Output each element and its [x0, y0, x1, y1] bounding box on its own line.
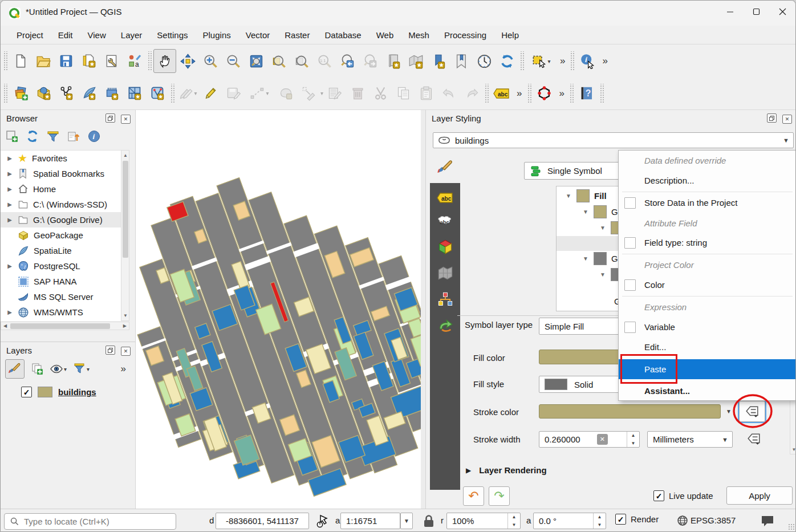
- redo-button[interactable]: [460, 82, 483, 105]
- browser-item-sap-hana[interactable]: SAP HANA: [1, 274, 129, 289]
- coordinate-box[interactable]: -8836601, 5411137: [216, 513, 309, 529]
- toolbar-overflow[interactable]: »: [513, 88, 525, 99]
- vertex-tool-button[interactable]: [297, 82, 320, 105]
- toggle-extents-button[interactable]: [314, 513, 331, 530]
- menu-checkbox[interactable]: [624, 197, 636, 209]
- digitize-shape-button[interactable]: [274, 82, 297, 105]
- new-spatialite-layer-button[interactable]: [146, 82, 169, 105]
- label-toolbar-button[interactable]: abc: [490, 82, 513, 105]
- float-panel-icon[interactable]: [105, 346, 115, 355]
- messages-icon[interactable]: [760, 514, 775, 527]
- toggle-editing-button[interactable]: [199, 82, 222, 105]
- save-project-button[interactable]: [55, 49, 78, 73]
- collapse-icon[interactable]: ▼: [599, 271, 606, 278]
- pan-map-button[interactable]: [153, 49, 176, 73]
- new-memory-layer-button[interactable]: [100, 82, 123, 105]
- menu-layer[interactable]: Layer: [114, 27, 149, 43]
- close-panel-icon[interactable]: ✕: [782, 115, 792, 124]
- browser-hscrollbar[interactable]: ◀ ▶: [1, 322, 129, 330]
- filter-browser-icon[interactable]: [46, 129, 60, 143]
- stroke-width-spinbox[interactable]: 0.260000 ✕ ▲▼: [539, 431, 640, 448]
- scale-dropdown-button[interactable]: ▼: [400, 513, 413, 529]
- pan-to-selection-button[interactable]: [176, 49, 199, 73]
- menu-settings[interactable]: Settings: [150, 27, 194, 43]
- toolbar-overflow[interactable]: »: [557, 55, 568, 67]
- menu-item-edit[interactable]: Edit...: [619, 337, 796, 357]
- zoom-last-button[interactable]: [336, 49, 359, 73]
- layer-name[interactable]: buildings: [58, 387, 96, 397]
- delete-selected-button[interactable]: [346, 82, 369, 105]
- expand-icon[interactable]: ▶: [6, 186, 13, 192]
- new-spatial-bookmark-button[interactable]: [427, 49, 450, 73]
- toolbar-overflow[interactable]: »: [556, 88, 568, 99]
- stroke-color-swatch-button[interactable]: [539, 404, 721, 419]
- save-layer-edits-button[interactable]: [222, 82, 245, 105]
- add-layer-icon[interactable]: [5, 129, 19, 143]
- digitize-with-segment-button[interactable]: ▾: [245, 82, 274, 105]
- close-panel-icon[interactable]: ✕: [121, 115, 131, 124]
- scroll-thumb[interactable]: [123, 161, 128, 258]
- modify-attributes-button[interactable]: [323, 82, 346, 105]
- zoom-next-button[interactable]: [359, 49, 381, 73]
- new-print-layout-button[interactable]: [78, 49, 100, 73]
- refresh-browser-icon[interactable]: [26, 129, 39, 143]
- style-undo-button[interactable]: ↶: [463, 486, 484, 506]
- stroke-color-dropdown[interactable]: ▼: [723, 404, 734, 419]
- browser-item-ms-sql-server[interactable]: MS SQL Server: [1, 289, 129, 304]
- symbol-tree-row-sub1[interactable]: ▼ G: [582, 205, 618, 218]
- collapse-icon[interactable]: ▼: [582, 209, 589, 215]
- resize-grip[interactable]: [788, 523, 795, 530]
- panel-splitter[interactable]: [421, 110, 425, 509]
- menu-raster[interactable]: Raster: [278, 27, 316, 43]
- expand-icon[interactable]: ▶: [6, 201, 13, 208]
- menu-help[interactable]: Help: [494, 27, 526, 43]
- browser-vscrollbar[interactable]: ▲ ▼: [121, 150, 129, 321]
- layer-visibility-checkbox[interactable]: ✓: [21, 387, 32, 397]
- layers-toolbar-overflow[interactable]: »: [117, 363, 129, 375]
- scroll-left-icon[interactable]: ◀: [3, 323, 7, 328]
- open-project-button[interactable]: [32, 49, 55, 73]
- apply-button[interactable]: Apply: [726, 486, 793, 505]
- toolbar-grip[interactable]: [569, 84, 574, 103]
- menu-checkbox[interactable]: [624, 279, 636, 291]
- refresh-map-button[interactable]: [496, 49, 518, 73]
- tab-history-icon[interactable]: [437, 318, 453, 334]
- browser-item-home[interactable]: ▶ Home: [1, 181, 129, 197]
- show-layout-manager-button[interactable]: [100, 49, 123, 73]
- rotation-spinbox[interactable]: 0.0 ° ▲▼: [533, 513, 606, 529]
- menu-view[interactable]: View: [81, 27, 113, 43]
- properties-info-icon[interactable]: i: [87, 129, 101, 143]
- current-edits-button[interactable]: ▾: [176, 82, 199, 105]
- symbol-tree-row-fill[interactable]: ▼ Fill: [565, 189, 607, 202]
- help-button[interactable]: ?: [575, 82, 598, 105]
- symbol-tree-row-sub3[interactable]: ▼ G: [582, 252, 618, 265]
- browser-item-postgresql[interactable]: ▶ PostgreSQL: [1, 258, 129, 274]
- scroll-up-icon[interactable]: ▲: [123, 153, 128, 158]
- toolbar-grip[interactable]: [570, 51, 575, 71]
- render-checkbox[interactable]: ✓: [615, 514, 626, 525]
- zoom-full-button[interactable]: [245, 49, 267, 73]
- tab-labels-icon[interactable]: abc: [437, 191, 454, 205]
- layer-rendering-header[interactable]: ▶ Layer Rendering: [466, 465, 547, 475]
- toolbar-grip[interactable]: [519, 51, 525, 71]
- zoom-to-layer-button[interactable]: [290, 49, 313, 73]
- new-3d-map-view-button[interactable]: [404, 49, 427, 73]
- rotation-stepper[interactable]: ▲▼: [593, 513, 606, 529]
- crs-value[interactable]: EPSG:3857: [691, 515, 736, 525]
- float-panel-icon[interactable]: [105, 113, 115, 123]
- style-manager-button[interactable]: a: [123, 49, 146, 73]
- show-spatial-bookmarks-button[interactable]: [450, 49, 473, 73]
- scroll-thumb[interactable]: [10, 323, 110, 329]
- topology-checker-button[interactable]: [533, 82, 556, 105]
- zoom-out-button[interactable]: [222, 49, 245, 73]
- menu-item-color[interactable]: Color▶: [619, 275, 796, 295]
- menu-database[interactable]: Database: [318, 27, 368, 43]
- tab-transparency-icon[interactable]: [437, 265, 453, 281]
- browser-item-favorites[interactable]: ▶ ★ Favorites: [1, 151, 129, 166]
- open-styling-panel-button[interactable]: [5, 359, 25, 379]
- live-update-control[interactable]: ✓ Live update: [653, 490, 713, 501]
- toolbar-overflow[interactable]: »: [599, 55, 611, 67]
- close-button[interactable]: [769, 2, 795, 21]
- collapse-icon[interactable]: ▼: [582, 255, 589, 262]
- copy-features-button[interactable]: [392, 82, 415, 105]
